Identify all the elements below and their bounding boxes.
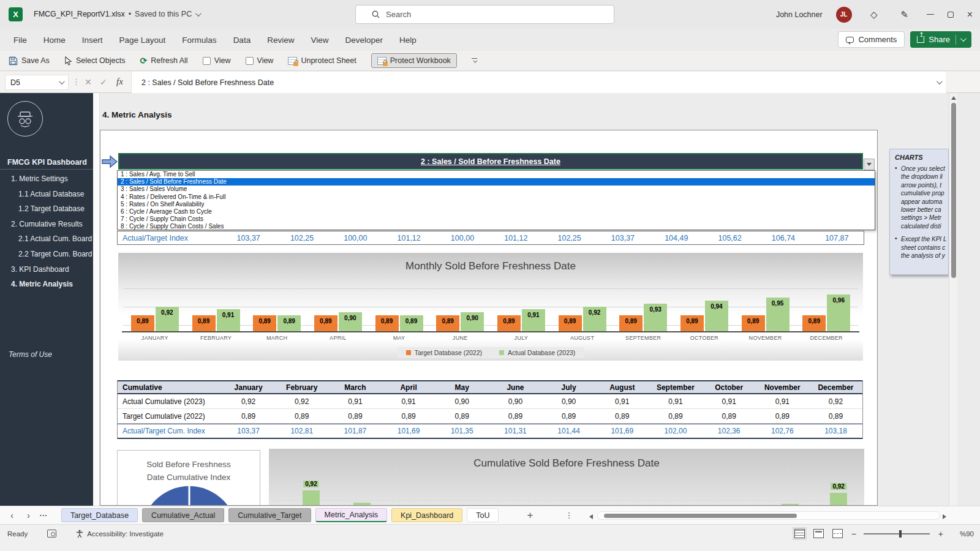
target-bar[interactable]: 0,89 [742,315,765,331]
actual-bar[interactable]: 0,91 [522,309,545,331]
dropdown-option[interactable]: 7 : Cycle / Supply Chain Costs [118,216,875,223]
cumulative-bar[interactable]: 0,92 [830,493,847,506]
zoom-slider-thumb[interactable] [899,530,902,538]
view-checkbox-1[interactable]: View [203,56,231,65]
sheet-nav-prev[interactable]: ‹ [10,510,13,520]
sidebar-item-1-metric-settings[interactable]: 1. Metric Settings [0,171,93,187]
comments-button[interactable]: Comments [838,31,905,48]
close-button[interactable]: × [967,12,973,18]
sheet-nav-next[interactable]: › [27,510,30,520]
zoom-in-button[interactable]: + [938,529,943,539]
editor-pen-icon[interactable]: ✎ [896,9,913,20]
actual-bar[interactable]: 0,92 [583,307,606,331]
actual-bar[interactable]: 0,92 [156,307,179,331]
metric-dropdown-cell[interactable]: 2 : Sales / Sold Before Freshness Date [118,153,863,170]
dropdown-option[interactable]: 2 : Sales / Sold Before Freshness Date [118,178,875,186]
share-chevron-icon[interactable] [960,36,967,42]
sheet-tab-cumulative-target[interactable]: Cumulative_Target [228,508,311,522]
sheet-tab-cumulative-actual[interactable]: Cumulative_Actual [142,508,224,522]
target-bar[interactable]: 0,89 [131,315,154,331]
dropdown-option[interactable]: 6 : Cycle / Average Cash to Cycle [118,208,875,216]
target-bar[interactable]: 0,89 [802,315,826,331]
menu-tab-view[interactable]: View [311,36,328,45]
formula-input[interactable]: 2 : Sales / Sold Before Freshness Date [131,72,946,93]
cumulative-chart[interactable]: Cumulative Sold Before Freshness Date 0,… [269,449,864,506]
dropdown-option[interactable]: 4 : Rates / Delivered On-Time & in-Full [118,193,875,201]
saved-status[interactable]: Saved to this PC [135,10,192,18]
unprotect-sheet-button[interactable]: Unprotect Sheet [288,56,356,65]
sheet-nav-more[interactable]: ••• [40,512,48,518]
horizontal-scrollbar[interactable] [597,511,940,520]
sidebar-item-1-2-target-database[interactable]: 1.2 Target Database [0,201,93,217]
sidebar-item-1-1-actual-database[interactable]: 1.1 Actual Database [0,187,93,202]
target-bar[interactable]: 0,89 [497,315,521,331]
actual-bar[interactable]: 0,91 [217,309,240,331]
user-name[interactable]: John Lochner [776,10,823,19]
actual-bar[interactable]: 0,94 [705,301,728,331]
name-box-chevron-icon[interactable] [59,78,65,84]
target-bar[interactable]: 0,89 [559,315,582,331]
page-layout-view-button[interactable] [813,529,824,538]
sidebar-item-2-cumulative-results[interactable]: 2. Cumulative Results [0,217,93,232]
dropdown-option[interactable]: 3 : Sales / Sales Volume [118,186,875,193]
hscroll-right-arrow[interactable] [943,514,946,519]
menu-tab-file[interactable]: File [13,36,27,45]
sidebar-item-4-metric-analysis[interactable]: 4. Metric Analysis [0,277,93,292]
vertical-scrollbar-thumb[interactable] [951,103,956,278]
save-as-button[interactable]: Save As [9,56,50,66]
zoom-level[interactable]: %90 [953,530,974,538]
menu-tab-review[interactable]: Review [267,36,294,45]
target-bar[interactable]: 0,89 [192,315,216,331]
search-input[interactable]: Search [355,5,614,24]
hscroll-left-arrow[interactable] [589,514,593,519]
insert-function-icon[interactable]: fx [116,77,123,87]
user-avatar[interactable]: JL [836,7,852,23]
formula-bar-expand-chevron[interactable] [937,78,943,84]
actual-bar[interactable]: 0,96 [827,294,850,331]
actual-bar[interactable]: 0,90 [339,312,362,331]
sheet-menu-button[interactable]: ⋮ [565,511,573,520]
target-bar[interactable]: 0,89 [375,315,399,331]
name-box[interactable]: D5 [5,75,69,90]
sheet-tab-target-database[interactable]: Target_Database [61,508,138,522]
horizontal-scrollbar-thumb[interactable] [604,514,797,518]
dropdown-option[interactable]: 1 : Sales / Avg. Time to Sell [118,171,875,178]
sidebar-item-3-kpi-dashboard[interactable]: 3. KPI Dashboard [0,262,93,277]
menu-tab-home[interactable]: Home [43,36,66,45]
actual-bar[interactable]: 0,93 [644,304,667,331]
menu-tab-developer[interactable]: Developer [345,36,383,45]
target-bar[interactable]: 0,89 [436,315,459,331]
target-bar[interactable]: 0,89 [314,315,337,331]
accessibility-status[interactable]: Accessibility: Investigate [76,530,164,538]
sheet-tab-kpi-dashboard[interactable]: Kpi_Dashboard [391,508,462,522]
zoom-out-button[interactable]: − [851,529,856,539]
sidebar-item-2-1-actual-cum-board[interactable]: 2.1 Actual Cum. Board [0,231,93,247]
sheet-tab-tou[interactable]: ToU [467,508,499,522]
sidebar-item-2-2-target-cum-board[interactable]: 2.2 Target Cum. Board [0,247,93,262]
menu-tab-page-layout[interactable]: Page Layout [119,36,166,45]
refresh-all-button[interactable]: ⟳ Refresh All [140,56,187,66]
zoom-slider[interactable] [864,533,930,534]
cumulative-index-pie-card[interactable]: Sold Before Freshness Date Cumulative In… [117,450,260,506]
protect-workbook-button[interactable]: Protect Workbook [371,53,457,68]
dropdown-option[interactable]: 8 : Cycle / Supply Chain Costs / Sales [118,223,875,230]
cumulative-bar[interactable]: 0,92 [303,490,320,506]
premium-diamond-icon[interactable]: ◇ [865,9,883,20]
monthly-chart[interactable]: Monthly Sold Before Freshness Date 0,890… [118,253,863,361]
cancel-icon[interactable]: ✕ [85,77,92,87]
menu-tab-data[interactable]: Data [233,36,251,45]
actual-bar[interactable]: 0,89 [400,315,423,331]
legend-item[interactable]: Actual Database (2023) [499,349,575,356]
actual-bar[interactable]: 0,95 [766,298,790,331]
select-objects-button[interactable]: Select Objects [64,56,126,66]
menu-tab-formulas[interactable]: Formulas [182,36,216,45]
target-bar[interactable]: 0,89 [253,315,276,331]
enter-icon[interactable]: ✓ [100,77,107,87]
scroll-up-arrow[interactable] [951,96,956,100]
page-break-view-button[interactable] [832,529,843,538]
sheet-tab-metric-analysis[interactable]: Metric_Analysis [315,508,388,522]
vertical-scrollbar[interactable] [949,93,957,524]
toolbar-overflow-button[interactable] [472,58,477,63]
menu-tab-help[interactable]: Help [399,36,417,45]
checkbox-icon[interactable] [203,57,211,65]
